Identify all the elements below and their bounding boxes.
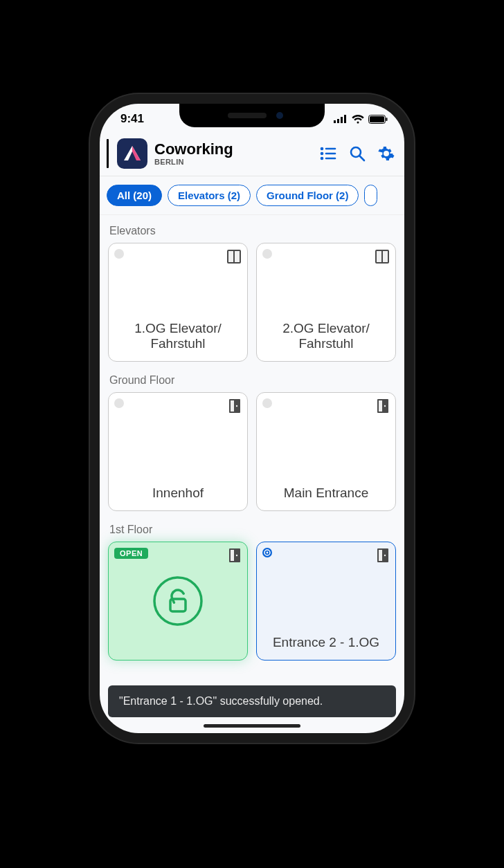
- svg-rect-23: [383, 251, 388, 262]
- filter-chips: All (20) Elevators (2) Ground Floor (2): [100, 176, 404, 215]
- home-indicator[interactable]: [204, 724, 300, 728]
- tile-label: 2.OG Elevator/ Fahrstuhl: [262, 321, 390, 355]
- svg-point-36: [267, 552, 269, 554]
- svg-rect-20: [235, 251, 240, 262]
- svg-point-39: [384, 555, 386, 556]
- wifi-icon: [352, 115, 364, 124]
- door-icon: [376, 398, 390, 416]
- svg-rect-31: [231, 550, 234, 561]
- elevator-icon: [375, 249, 390, 267]
- section-title-ground-floor: Ground Floor: [108, 371, 396, 392]
- chip-elevators[interactable]: Elevators (2): [168, 185, 251, 206]
- svg-point-32: [236, 555, 237, 556]
- svg-point-26: [236, 405, 237, 407]
- content-area: Elevators 1.OG Elevator/ Fahrstuhl: [100, 215, 404, 733]
- svg-point-14: [321, 152, 324, 156]
- svg-rect-3: [344, 115, 346, 123]
- svg-rect-25: [231, 400, 234, 412]
- tile-main-entrance[interactable]: Main Entrance: [256, 392, 396, 511]
- svg-rect-22: [377, 251, 381, 262]
- toast-message: "Entrance 1 - 1.OG" successfully opened.: [108, 685, 396, 717]
- tile-label: Main Entrance: [262, 486, 390, 505]
- svg-rect-2: [341, 117, 343, 123]
- triangle-logo-icon: [122, 143, 143, 164]
- chip-ground-floor[interactable]: Ground Floor (2): [256, 185, 359, 206]
- status-dot: [262, 398, 272, 408]
- status-dot: [262, 249, 272, 259]
- search-icon: [349, 145, 366, 162]
- tile-elevator-1og[interactable]: 1.OG Elevator/ Fahrstuhl: [108, 243, 248, 362]
- svg-line-17: [360, 156, 365, 161]
- signal-icon: [334, 115, 348, 123]
- title-block: Coworking BERLIN: [154, 141, 313, 166]
- section-title-first-floor: 1st Floor: [108, 521, 396, 542]
- tile-elevator-2og[interactable]: 2.OG Elevator/ Fahrstuhl: [256, 243, 396, 362]
- settings-button[interactable]: [378, 145, 395, 162]
- tile-label: 1.OG Elevator/ Fahrstuhl: [114, 321, 242, 355]
- svg-point-33: [154, 578, 201, 625]
- door-icon: [228, 398, 242, 416]
- svg-rect-38: [379, 550, 382, 561]
- header-accent-bar: [107, 139, 109, 168]
- svg-point-15: [321, 157, 324, 160]
- unlock-icon: [152, 575, 204, 627]
- svg-rect-19: [228, 251, 233, 262]
- svg-rect-1: [337, 119, 339, 123]
- status-dot: [114, 249, 124, 259]
- gear-icon: [378, 145, 395, 162]
- tile-entrance-1-1og[interactable]: OPEN Entrance 1 - 1.OG: [108, 542, 248, 661]
- chip-all[interactable]: All (20): [107, 185, 162, 206]
- battery-icon: [368, 115, 388, 124]
- open-badge: OPEN: [114, 548, 148, 559]
- tile-label: Entrance 2 - 1.OG: [262, 635, 390, 654]
- phone-frame: 9:41 Coworking BERLIN: [100, 104, 404, 733]
- status-indicators: [334, 115, 388, 124]
- notch: [179, 104, 325, 127]
- tile-label: Innenhof: [114, 486, 242, 505]
- elevator-icon: [226, 249, 242, 267]
- page-subtitle: BERLIN: [154, 158, 313, 166]
- app-header: Coworking BERLIN: [100, 134, 404, 176]
- list-view-button[interactable]: [320, 146, 336, 161]
- page-title: Coworking: [154, 141, 313, 158]
- list-icon: [320, 146, 336, 161]
- status-time: 9:41: [120, 112, 144, 126]
- status-dot-active: [262, 548, 272, 557]
- svg-rect-28: [379, 400, 382, 412]
- svg-point-29: [384, 405, 386, 407]
- app-logo[interactable]: [117, 138, 147, 169]
- svg-rect-5: [370, 116, 384, 122]
- svg-point-13: [321, 147, 324, 151]
- chip-overflow[interactable]: [364, 185, 377, 206]
- door-icon: [228, 548, 242, 566]
- door-icon: [376, 548, 390, 566]
- svg-rect-0: [334, 120, 336, 123]
- status-dot: [114, 398, 124, 408]
- section-title-elevators: Elevators: [108, 222, 396, 243]
- tile-innenhof[interactable]: Innenhof: [108, 392, 248, 511]
- tile-entrance-2-1og[interactable]: Entrance 2 - 1.OG: [256, 542, 396, 661]
- svg-rect-6: [386, 118, 388, 121]
- search-button[interactable]: [349, 145, 366, 162]
